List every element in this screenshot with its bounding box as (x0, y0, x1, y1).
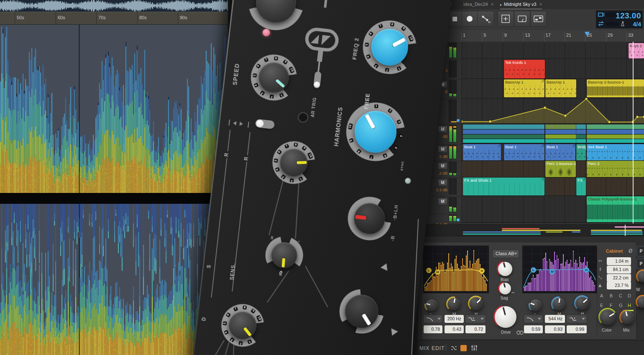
eq-band-handle[interactable]: H (584, 267, 589, 273)
arrangement-overview[interactable] (418, 224, 644, 236)
track-header-row[interactable]: 0.4 dB (431, 214, 461, 224)
clip[interactable]: Perc 1-bounce-1 (545, 161, 576, 177)
filter-type-dropdown[interactable] (424, 315, 442, 323)
tempo-value[interactable]: 123.00 (616, 11, 641, 20)
playhead-marker-icon[interactable] (585, 32, 590, 36)
automation-curve[interactable] (461, 99, 644, 123)
eq-gain-field[interactable]: 0.59 (524, 325, 543, 333)
add-track-button[interactable] (498, 11, 514, 27)
clip[interactable]: BassArp 1↺ (504, 79, 544, 97)
time-ruler[interactable]: 50s60s70s80s90s (0, 12, 228, 25)
cabinet-variant-g[interactable]: G (619, 303, 623, 308)
group-strip[interactable] (545, 139, 576, 143)
group-strip[interactable] (576, 124, 586, 129)
cabinet-value-field[interactable]: 23.7 % (607, 281, 631, 289)
amp-eq-display-right[interactable]: LMH (522, 246, 597, 293)
eq-gain-field[interactable]: 0.72 (465, 325, 486, 333)
group-strip[interactable] (576, 134, 586, 139)
arranger-timeline[interactable]: Keys 2Tek Kords 1BassArp 1↺BassArp 1Bass… (461, 42, 644, 223)
preset-button-2[interactable]: P (636, 259, 644, 269)
eq-band-handle[interactable]: M (549, 269, 555, 274)
filter-type-dropdown[interactable] (465, 315, 486, 323)
mute-button[interactable]: M (438, 126, 447, 132)
layout-toggle-button[interactable] (530, 11, 547, 27)
eq-band-handle[interactable]: L (426, 268, 432, 273)
cabinet-value-field[interactable]: 22.2 cm (607, 274, 631, 282)
track-header-row[interactable]: M5 dB (431, 144, 461, 161)
clip[interactable]: Beat 1↺ (463, 144, 501, 160)
clip[interactable]: Tek Kords 1 (504, 60, 545, 79)
clip[interactable]: Beat 1↺ (504, 144, 544, 160)
group-strip[interactable] (587, 134, 644, 139)
spectrogram-canvas[interactable] (0, 0, 228, 355)
eq-gain-field[interactable]: 0.99 (567, 325, 587, 333)
eq-band-knob[interactable] (530, 299, 542, 311)
record-button[interactable] (462, 11, 478, 27)
eq-band-knob[interactable] (575, 297, 589, 310)
group-strip[interactable] (587, 139, 644, 143)
group-strip[interactable] (463, 139, 544, 143)
mute-button[interactable]: M (438, 146, 447, 152)
cabinet-variant-b[interactable]: B (610, 293, 613, 298)
tab-project-2[interactable]: idea_Dec24× (463, 0, 493, 9)
mix-view-button[interactable]: MIX (419, 345, 429, 351)
clip[interactable]: Keys 2 (629, 43, 644, 58)
edit-view-button[interactable]: EDIT (432, 345, 445, 351)
cabinet-value-field[interactable]: 1.04 m (607, 257, 631, 265)
mute-button[interactable]: M (438, 163, 447, 169)
clip[interactable]: BassArp 2-bounce-1 (587, 79, 644, 97)
automation-write-button[interactable]: w (477, 11, 494, 27)
eq-band-knob[interactable] (469, 297, 483, 310)
group-strip[interactable] (545, 134, 576, 139)
punch-in-button[interactable] (514, 11, 530, 27)
drive-knob[interactable] (495, 306, 516, 328)
close-icon[interactable]: × (491, 2, 493, 7)
beat-ruler[interactable]: 159131721252933 (444, 30, 644, 42)
eq-band-knob[interactable] (426, 299, 437, 311)
eq-band-handle[interactable]: H (479, 268, 485, 274)
cabinet-variant-c[interactable]: C (619, 293, 622, 298)
device-view-toggle[interactable] (460, 345, 467, 351)
tab-project-active[interactable]: ▸Midnight Sky v3× (500, 0, 542, 10)
group-strip[interactable] (545, 129, 576, 134)
track-header-row[interactable]: M.2 dB (431, 161, 461, 178)
cabinet-variant-h[interactable]: H (628, 303, 631, 308)
time-signature[interactable]: 4/4 (633, 21, 641, 28)
bias-knob[interactable] (498, 262, 512, 276)
filter-type-dropdown[interactable] (567, 315, 587, 323)
metronome-icon[interactable] (620, 21, 625, 26)
group-strip[interactable] (587, 129, 644, 134)
clip[interactable]: BassArp 1 (545, 79, 576, 97)
filter-type-dropdown[interactable] (524, 315, 543, 323)
group-strip[interactable] (463, 129, 544, 134)
tempo-display[interactable]: 123.00 4/4 (596, 10, 643, 28)
clip[interactable]: 4x4 Beat 1 (587, 144, 644, 160)
eq-band-handle[interactable]: M (435, 269, 440, 275)
clip[interactable]: FX and Shots 1↺ (463, 178, 544, 195)
cabinet-variant-e[interactable]: E (600, 303, 603, 308)
eq-gain-field[interactable]: 0.43 (445, 325, 464, 333)
mid-freq-field[interactable]: 544 Hz (545, 315, 565, 323)
mix-knob[interactable] (621, 311, 634, 324)
amp-eq-display-left[interactable]: LMH (423, 246, 489, 293)
shuffle-icon[interactable] (451, 345, 457, 352)
preset-button-1[interactable]: P (636, 246, 644, 256)
color-knob[interactable] (600, 309, 616, 325)
phase-icon[interactable]: Ø (629, 248, 632, 254)
cabinet-value-field[interactable]: 84.1 cm (607, 266, 631, 274)
sag-knob[interactable] (499, 283, 511, 294)
cabinet-variant-a[interactable]: A (600, 293, 603, 298)
group-strip[interactable] (576, 129, 586, 134)
eq-band-handle[interactable]: L (531, 267, 536, 273)
clip[interactable]: Beat 1↺ (545, 144, 575, 160)
clip[interactable]: FX↺ (576, 178, 586, 195)
track-header-row[interactable]: M (431, 196, 461, 214)
group-strip[interactable] (587, 124, 644, 129)
group-strip[interactable] (545, 124, 576, 129)
amp-model-dropdown[interactable]: Class AB (493, 250, 519, 258)
mute-button[interactable]: M (438, 198, 447, 205)
clip[interactable]: Classic Polysynth-bounce-1 (587, 196, 644, 222)
group-strip[interactable] (576, 139, 586, 143)
eq-gain-field[interactable]: 0.78 (424, 325, 442, 333)
track-header-row[interactable]: M3.3 dB (431, 178, 461, 197)
